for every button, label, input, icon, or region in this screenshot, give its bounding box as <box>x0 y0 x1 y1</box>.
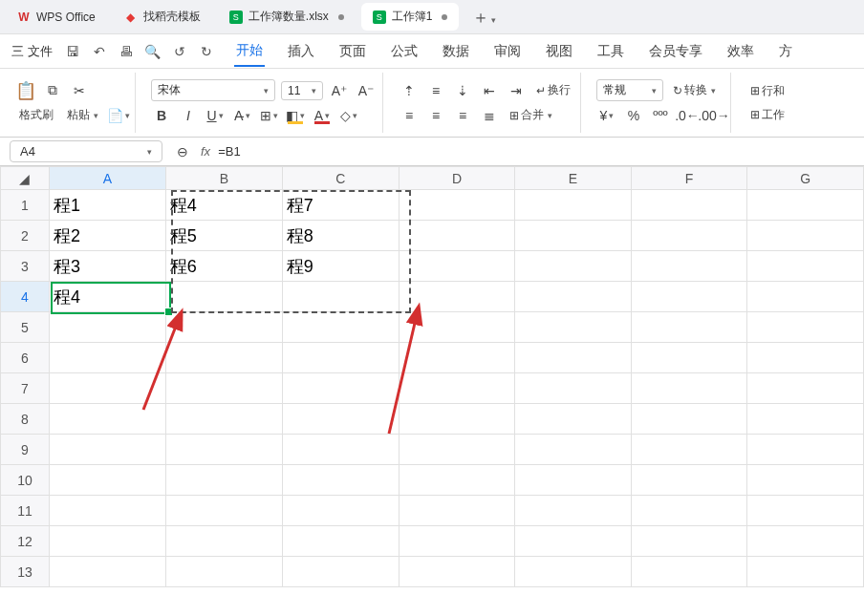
menu-member[interactable]: 会员专享 <box>647 37 704 66</box>
increase-decimal-icon[interactable]: .00→ <box>703 105 724 126</box>
align-middle-icon[interactable]: ≡ <box>425 80 446 101</box>
undo-icon[interactable]: ↺ <box>171 43 188 60</box>
align-bottom-icon[interactable]: ⇣ <box>452 80 473 101</box>
row-header-1[interactable]: 1 <box>1 190 50 221</box>
convert-button[interactable]: ↻ 转换▾ <box>669 80 720 100</box>
menu-start[interactable]: 开始 <box>234 36 265 67</box>
row-header-8[interactable]: 8 <box>1 404 50 435</box>
col-header-E[interactable]: E <box>515 167 632 190</box>
back-icon[interactable]: ↶ <box>91 43 108 60</box>
file-menu[interactable]: 三 文件 <box>10 37 54 66</box>
tab-file-2[interactable]: S 工作簿1 <box>361 3 460 31</box>
col-header-C[interactable]: C <box>282 167 399 190</box>
save-icon[interactable]: 🖫 <box>64 43 81 60</box>
decrease-decimal-icon[interactable]: .0← <box>677 105 698 126</box>
row-header-11[interactable]: 11 <box>1 496 50 526</box>
cell-B3[interactable]: 程6 <box>165 251 282 282</box>
menu-more[interactable]: 方 <box>777 37 794 66</box>
increase-font-icon[interactable]: A⁺ <box>329 80 350 101</box>
clipboard-more-icon[interactable]: 📄▾ <box>108 105 129 126</box>
menu-tools[interactable]: 工具 <box>595 37 626 66</box>
indent-decrease-icon[interactable]: ⇤ <box>479 80 500 101</box>
italic-icon[interactable]: I <box>178 105 199 126</box>
cell-D2[interactable] <box>399 221 515 251</box>
cell-D1[interactable] <box>399 190 515 221</box>
menu-formula[interactable]: 公式 <box>389 37 420 66</box>
menu-insert[interactable]: 插入 <box>286 37 316 66</box>
row-header-9[interactable]: 9 <box>1 435 50 465</box>
row-header-12[interactable]: 12 <box>1 526 50 557</box>
border-icon[interactable]: ⊞▾ <box>258 105 279 126</box>
cut-icon[interactable]: ✂ <box>69 80 90 101</box>
cell-B1[interactable]: 程4 <box>165 190 282 221</box>
fill-color-icon[interactable]: ◧▾ <box>285 105 306 126</box>
preview-icon[interactable]: 🔍 <box>144 43 162 60</box>
wrap-text-button[interactable]: ↵ 换行 <box>532 80 574 100</box>
number-format-select[interactable]: 常规 ▾ <box>596 79 663 101</box>
cell-E1[interactable] <box>515 190 632 221</box>
decrease-font-icon[interactable]: A⁻ <box>356 80 377 101</box>
menu-data[interactable]: 数据 <box>441 37 471 66</box>
row-header-2[interactable]: 2 <box>1 221 50 251</box>
cell-B4[interactable] <box>165 282 282 312</box>
row-header-10[interactable]: 10 <box>1 465 50 496</box>
cell-A2[interactable]: 程2 <box>49 221 165 251</box>
bold-icon[interactable]: B <box>151 105 172 126</box>
spreadsheet-grid[interactable]: ◢ A B C D E F G 1 程1 程4 程7 2 程2 <box>0 166 864 587</box>
row-header-5[interactable]: 5 <box>1 312 50 343</box>
thousands-icon[interactable]: ººº <box>650 105 671 126</box>
row-header-6[interactable]: 6 <box>1 343 50 373</box>
col-header-B[interactable]: B <box>165 167 282 190</box>
print-icon[interactable]: 🖶 <box>118 43 135 60</box>
tab-app[interactable]: W WPS Office <box>6 5 107 30</box>
font-name-select[interactable]: 宋体 ▾ <box>151 79 275 101</box>
cell-F1[interactable] <box>631 190 747 221</box>
menu-review[interactable]: 审阅 <box>492 37 523 66</box>
cell-A3[interactable]: 程3 <box>49 251 165 282</box>
menu-efficiency[interactable]: 效率 <box>725 37 756 66</box>
cell-C2[interactable]: 程8 <box>282 221 399 251</box>
select-all-corner[interactable]: ◢ <box>1 167 50 190</box>
col-header-G[interactable]: G <box>747 167 864 190</box>
cell-C1[interactable]: 程7 <box>282 190 399 221</box>
clear-format-icon[interactable]: ◇▾ <box>338 105 359 126</box>
justify-icon[interactable]: ≣ <box>479 105 500 126</box>
align-left-icon[interactable]: ≡ <box>399 105 420 126</box>
tab-template[interactable]: ◆ 找稻壳模板 <box>113 3 212 31</box>
font-size-select[interactable]: 11 ▾ <box>281 81 323 100</box>
cell-C3[interactable]: 程9 <box>282 251 399 282</box>
currency-icon[interactable]: ¥▾ <box>596 105 617 126</box>
cell-G1[interactable] <box>747 190 864 221</box>
cancel-formula-icon[interactable]: ⊖ <box>172 141 193 162</box>
menu-page[interactable]: 页面 <box>337 37 368 66</box>
worksheet-button[interactable]: ⊞ 工作 <box>746 105 788 125</box>
strikethrough-icon[interactable]: A̶▾ <box>231 105 252 126</box>
redo-icon[interactable]: ↻ <box>198 43 215 60</box>
format-painter-icon[interactable]: 📋 <box>15 80 36 101</box>
underline-icon[interactable]: U▾ <box>205 105 226 126</box>
menu-view[interactable]: 视图 <box>544 37 574 66</box>
col-header-F[interactable]: F <box>631 167 747 190</box>
col-header-D[interactable]: D <box>399 167 515 190</box>
cell-A1[interactable]: 程1 <box>49 190 165 221</box>
col-header-A[interactable]: A <box>49 167 165 190</box>
font-color-icon[interactable]: A▾ <box>312 105 333 126</box>
copy-icon[interactable]: ⧉ <box>42 80 63 101</box>
format-painter-label[interactable]: 格式刷 <box>15 105 57 125</box>
align-top-icon[interactable]: ⇡ <box>399 80 420 101</box>
merge-button[interactable]: ⊞ 合并▾ <box>506 105 556 125</box>
cell-C4[interactable] <box>282 282 399 312</box>
align-center-icon[interactable]: ≡ <box>425 105 446 126</box>
fx-icon[interactable]: fx <box>201 144 210 159</box>
cell-A4[interactable]: 程4 <box>49 282 165 312</box>
paste-label[interactable]: 粘贴▾ <box>63 105 102 125</box>
row-header-13[interactable]: 13 <box>1 557 50 587</box>
percent-icon[interactable]: % <box>623 105 644 126</box>
name-box[interactable]: A4 ▾ <box>10 140 162 162</box>
cell-B2[interactable]: 程5 <box>165 221 282 251</box>
formula-input[interactable]: =B1 <box>218 144 241 159</box>
add-tab-button[interactable]: ＋▾ <box>464 6 504 29</box>
indent-increase-icon[interactable]: ⇥ <box>506 80 527 101</box>
row-header-3[interactable]: 3 <box>1 251 50 282</box>
row-header-4[interactable]: 4 <box>1 282 50 312</box>
